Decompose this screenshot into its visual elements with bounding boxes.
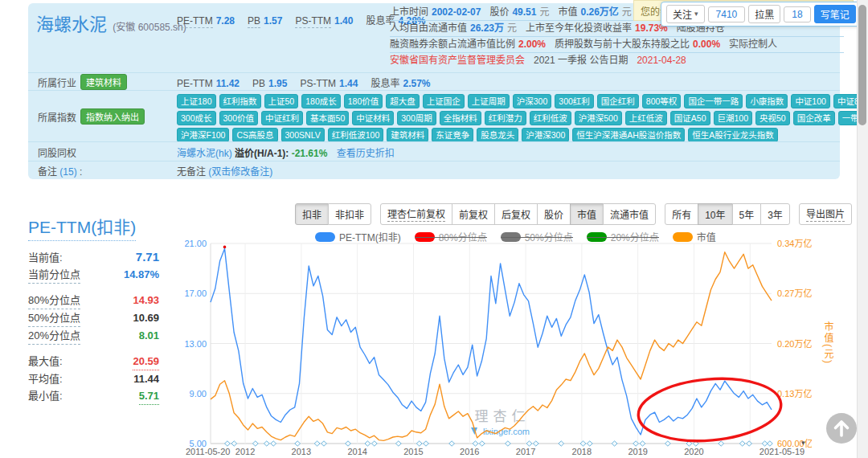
hk-stock-link[interactable]: 海螺水泥(hk) bbox=[177, 147, 232, 158]
indices-inout-tag[interactable]: 指数纳入纳出 bbox=[80, 108, 145, 125]
index-tag[interactable]: 超大盘 bbox=[386, 94, 420, 108]
dividend-marker-icon[interactable] bbox=[314, 441, 320, 446]
index-tag[interactable]: 基本面50 bbox=[306, 111, 349, 125]
dividend-marker-icon[interactable] bbox=[612, 441, 617, 446]
index-tag[interactable]: 红利低波100 bbox=[328, 128, 384, 142]
dividend-marker-icon[interactable] bbox=[395, 441, 401, 446]
index-tag[interactable]: 恒生沪深港通AH股溢价指数 bbox=[572, 128, 685, 142]
index-tag[interactable]: 上证180 bbox=[177, 94, 216, 108]
dividend-marker-icon[interactable] bbox=[424, 441, 429, 446]
metric-title[interactable]: PE-TTM(扣非) bbox=[28, 214, 136, 241]
dividend-marker-icon[interactable] bbox=[449, 441, 455, 446]
legend-item[interactable]: 80%分位点 bbox=[415, 230, 487, 243]
index-tag[interactable]: 300周期 bbox=[397, 111, 436, 125]
dividend-marker-icon[interactable] bbox=[526, 441, 532, 446]
legend-item[interactable]: 50%分位点 bbox=[501, 230, 573, 243]
index-tag[interactable]: 300成长 bbox=[177, 111, 216, 125]
index-tag[interactable]: 红利潜力 bbox=[485, 111, 526, 125]
remark-content[interactable]: 无备注 (双击修改备注) bbox=[177, 164, 272, 178]
toolbar-button[interactable]: 前复权 bbox=[452, 203, 495, 225]
index-tag[interactable]: 国企一带一路 bbox=[684, 94, 743, 108]
dividend-marker-icon[interactable] bbox=[264, 441, 269, 446]
legend-item[interactable]: 20%分位点 bbox=[587, 230, 659, 243]
remark-count-link[interactable]: (15) bbox=[59, 166, 76, 178]
toolbar-button[interactable]: 5年 bbox=[732, 203, 762, 225]
index-tag[interactable]: 东证竞争 bbox=[432, 128, 473, 142]
toolbar-button[interactable]: 后复权 bbox=[494, 203, 538, 225]
back-to-top-button[interactable] bbox=[826, 413, 857, 444]
follow-button[interactable]: 关注 ▾ bbox=[666, 5, 705, 23]
follow-count[interactable]: 7410 bbox=[708, 6, 746, 22]
index-tag[interactable]: 红利低波 bbox=[530, 111, 571, 125]
index-tag[interactable]: 建筑材料 bbox=[387, 128, 428, 142]
dividend-marker-icon[interactable] bbox=[719, 441, 724, 446]
toolbar-button[interactable]: 非扣非 bbox=[328, 203, 371, 225]
dividend-marker-icon[interactable] bbox=[473, 441, 478, 446]
dividend-marker-icon[interactable] bbox=[580, 441, 586, 446]
dividend-marker-icon[interactable] bbox=[371, 441, 377, 446]
industry-tag[interactable]: 建筑材料 bbox=[80, 74, 127, 90]
toolbar-button[interactable]: 所有 bbox=[665, 203, 698, 225]
dividend-marker-icon[interactable] bbox=[295, 441, 301, 446]
dividend-marker-icon[interactable] bbox=[321, 441, 327, 446]
dividend-marker-icon[interactable] bbox=[365, 441, 371, 446]
index-tag[interactable]: 国企红利 bbox=[597, 94, 639, 108]
index-tag[interactable]: 巨潮100 bbox=[714, 111, 753, 125]
block-count[interactable]: 18 bbox=[784, 6, 810, 22]
index-tag[interactable]: 恒生A股行业龙头指数 bbox=[688, 128, 778, 142]
index-tag[interactable]: 全指材料 bbox=[440, 111, 481, 125]
toolbar-button[interactable]: 流通市值 bbox=[603, 203, 656, 225]
toolbar-button[interactable]: 理杏仁前复权 bbox=[380, 203, 452, 225]
toolbar-button[interactable]: 扣非 bbox=[295, 203, 329, 225]
index-tag[interactable]: 沪港深500 bbox=[575, 111, 622, 125]
legend-item[interactable]: PE-TTM(扣非) bbox=[315, 230, 401, 243]
toolbar-button[interactable]: 10年 bbox=[698, 203, 732, 225]
index-tag[interactable]: CS高股息 bbox=[232, 128, 277, 142]
index-tag[interactable]: 股息龙头 bbox=[477, 128, 518, 142]
index-tag[interactable]: 300红利 bbox=[555, 94, 594, 108]
dividend-marker-icon[interactable] bbox=[416, 441, 422, 446]
dividend-marker-icon[interactable] bbox=[587, 441, 592, 446]
write-note-button[interactable]: 写笔记 bbox=[814, 5, 856, 23]
dividend-marker-icon[interactable] bbox=[271, 441, 276, 446]
dividend-marker-icon[interactable] bbox=[739, 441, 745, 446]
toolbar-button[interactable]: 导出图片 bbox=[799, 203, 852, 225]
block-button[interactable]: 拉黑 bbox=[748, 5, 780, 23]
index-tag[interactable]: 沪港深F100 bbox=[177, 128, 229, 142]
dividend-marker-icon[interactable] bbox=[346, 441, 351, 446]
toolbar-button[interactable]: 3年 bbox=[760, 203, 790, 225]
dividend-marker-icon[interactable] bbox=[225, 441, 231, 446]
dividend-marker-icon[interactable] bbox=[506, 441, 511, 446]
index-tag[interactable]: 中证100 bbox=[791, 94, 830, 108]
index-tag[interactable]: 300价值 bbox=[219, 111, 259, 125]
index-tag[interactable]: 800等权 bbox=[642, 94, 682, 108]
index-tag[interactable]: 央视50 bbox=[755, 111, 790, 125]
index-tag[interactable]: 沪港深300 bbox=[522, 128, 569, 142]
dividend-marker-icon[interactable] bbox=[747, 441, 752, 446]
legend-item[interactable]: 市值 bbox=[673, 230, 716, 243]
index-tag[interactable]: 上红低波 bbox=[625, 111, 667, 125]
scrollbar-thumb[interactable] bbox=[858, 5, 866, 125]
dividend-marker-icon[interactable] bbox=[640, 441, 645, 446]
dividend-marker-icon[interactable] bbox=[479, 441, 485, 446]
index-tag[interactable]: 红利指数 bbox=[219, 94, 261, 108]
toolbar-button[interactable]: 市值 bbox=[570, 203, 604, 225]
dividend-marker-icon[interactable] bbox=[665, 441, 671, 446]
index-tag[interactable]: 中证材料 bbox=[352, 111, 394, 125]
index-tag[interactable]: 小康指数 bbox=[746, 94, 788, 108]
history-discount-link[interactable]: 查看历史折扣 bbox=[337, 147, 395, 158]
toolbar-button[interactable]: 股价 bbox=[537, 203, 571, 225]
dividend-marker-icon[interactable] bbox=[559, 441, 564, 446]
axis-min-caret-icon[interactable]: ▾ bbox=[801, 439, 805, 447]
dividend-marker-icon[interactable] bbox=[231, 441, 237, 446]
index-tag[interactable]: 300SNLV bbox=[281, 128, 325, 142]
index-tag[interactable]: 上证国企 bbox=[423, 94, 465, 108]
index-tag[interactable]: 国企改革 bbox=[793, 111, 835, 125]
index-tag[interactable]: 180价值 bbox=[344, 94, 383, 108]
index-tag[interactable]: 上证50 bbox=[264, 94, 299, 108]
dividend-marker-icon[interactable] bbox=[252, 441, 258, 446]
dividend-marker-icon[interactable] bbox=[768, 441, 773, 446]
dividend-marker-icon[interactable] bbox=[533, 441, 538, 446]
index-tag[interactable]: 国证A50 bbox=[670, 111, 710, 125]
index-tag[interactable]: 上证周期 bbox=[468, 94, 510, 108]
